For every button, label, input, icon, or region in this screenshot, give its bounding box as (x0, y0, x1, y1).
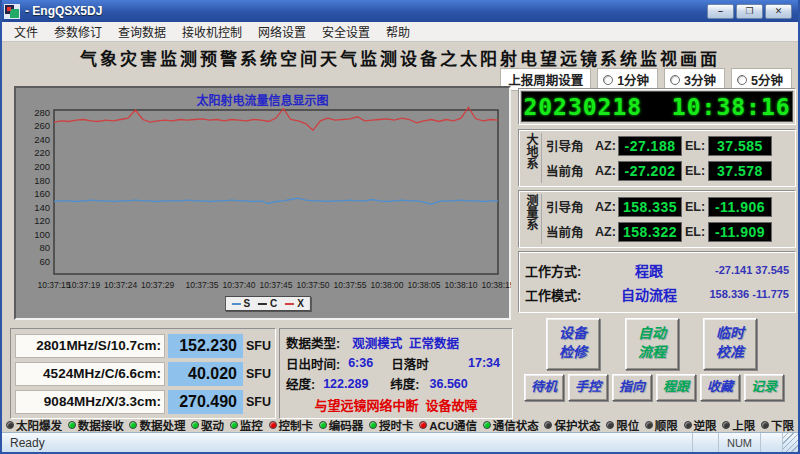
svg-text:100: 100 (34, 229, 50, 240)
coords-row: 经度: 122.289 纬度: 36.560 (286, 374, 506, 393)
geodetic-current-az: -27.202 (618, 161, 682, 181)
svg-text:10:37:15: 10:37:15 (37, 280, 70, 290)
window-title: - EngQSX5DJ (25, 4, 102, 18)
work-mode-label: 工作方式: (525, 261, 601, 280)
geodetic-guide-el: 37.585 (708, 136, 772, 156)
el-label: EL: (685, 164, 705, 178)
app-window: - EngQSX5DJ – ❐ ✕ 文件参数修订查询数据接收机控制网络设置安全设… (0, 0, 800, 454)
close-button[interactable]: ✕ (765, 4, 792, 19)
status-label: 顺限 (655, 417, 678, 433)
svg-text:10:38:10: 10:38:10 (444, 280, 477, 290)
status-led-row: 太阳爆发数据接收数据处理驱动监控控制卡编码器授时卡ACU通信通信状态保护状态限位… (4, 417, 796, 432)
menu-item-3[interactable]: 查询数据 (110, 21, 174, 42)
menu-item-6[interactable]: 安全设置 (314, 21, 378, 42)
statusbar-num: NUM (718, 433, 760, 452)
status-label: 限位 (616, 417, 639, 433)
radio-label: 5分钟 (751, 70, 783, 89)
status-label: 监控 (240, 417, 263, 433)
flux-value: 40.020 (168, 362, 243, 386)
row-name: 引导角 (546, 136, 592, 155)
small-button-3[interactable]: 指向 (612, 374, 652, 401)
status-indicator-11: 保护状态 (544, 417, 600, 433)
work-model-label: 工作模式: (525, 285, 601, 304)
status-indicator-2: 数据接收 (68, 417, 124, 433)
status-indicator-16: 下限 (761, 417, 794, 433)
menu-item-2[interactable]: 参数修订 (46, 21, 110, 42)
big-button-2[interactable]: 自动流程 (625, 318, 679, 370)
work-model-value: 自动流程 (601, 284, 697, 304)
el-label: EL: (685, 200, 705, 214)
geodetic-guide-az: -27.188 (618, 136, 682, 156)
sunset-label: 日落时 (391, 354, 429, 373)
app-icon (4, 4, 20, 19)
legend-dash (285, 303, 294, 305)
led-icon (319, 421, 327, 429)
svg-text:10:37:24: 10:37:24 (104, 280, 137, 290)
big-button-1[interactable]: 设备检修 (546, 318, 600, 370)
svg-text:180: 180 (34, 175, 50, 186)
small-button-5[interactable]: 收藏 (700, 374, 740, 401)
maximize-button[interactable]: ❐ (736, 4, 763, 19)
small-button-6[interactable]: 记录 (744, 374, 784, 401)
flux-label: 2801MHz/S/10.7cm: (15, 334, 165, 358)
svg-text:10:37:29: 10:37:29 (141, 280, 174, 290)
measure-guide-row: 引导角 AZ: 158.335 EL: -11.906 (546, 197, 791, 217)
legend-entry: X (285, 298, 304, 309)
data-type-label: 数据类型: (286, 333, 340, 352)
led-icon (6, 421, 14, 429)
svg-text:10:37:50: 10:37:50 (296, 280, 329, 290)
status-label: 编码器 (329, 417, 364, 433)
flux-unit: SFU (246, 339, 271, 353)
flux-label: 9084MHz/X/3.3cm: (15, 390, 165, 414)
status-indicator-5: 监控 (230, 417, 263, 433)
statusbar-ready: Ready (10, 436, 45, 450)
svg-text:10:38:15: 10:38:15 (481, 280, 511, 290)
flux-chart: 280260240220200180160140120100806010:37:… (18, 106, 511, 294)
title-bar[interactable]: - EngQSX5DJ – ❐ ✕ (0, 0, 800, 22)
geodetic-angle-group: 大地系 引导角 AZ: -27.188 EL: 37.585 当前角 AZ: -… (518, 129, 796, 187)
svg-text:120: 120 (34, 215, 50, 226)
geodetic-guide-row: 引导角 AZ: -27.188 EL: 37.585 (546, 136, 791, 156)
menu-item-5[interactable]: 网络设置 (250, 21, 314, 42)
svg-text:140: 140 (34, 202, 50, 213)
statusbar-cell (692, 433, 718, 452)
work-model-coords: 158.336 -11.775 (697, 288, 789, 300)
led-icon (369, 421, 377, 429)
small-button-2[interactable]: 手控 (568, 374, 608, 401)
svg-text:200: 200 (34, 161, 50, 172)
work-mode-group: 工作方式: 程跟 -27.141 37.545 工作模式: 自动流程 158.3… (518, 251, 796, 313)
minimize-button[interactable]: – (707, 4, 734, 19)
az-label: AZ: (595, 225, 615, 239)
led-icon (483, 421, 491, 429)
menu-item-7[interactable]: 帮助 (378, 21, 418, 42)
svg-text:10:37:45: 10:37:45 (259, 280, 292, 290)
menu-item-4[interactable]: 接收机控制 (174, 21, 250, 42)
menu-item-1[interactable]: 文件 (6, 21, 46, 42)
flux-value: 270.490 (168, 390, 243, 414)
big-button-3[interactable]: 临时校准 (703, 318, 757, 370)
status-label: 太阳爆发 (16, 417, 62, 433)
el-label: EL: (685, 139, 705, 153)
status-indicator-12: 限位 (606, 417, 639, 433)
status-indicator-8: 授时卡 (369, 417, 414, 433)
info-panel: 数据类型: 观测模式 正常数据 日出时间: 6:36 日落时 17:34 经度:… (279, 328, 513, 419)
longitude-label: 经度: (286, 374, 315, 393)
radio-label: 3分钟 (684, 70, 716, 89)
button-label: 流程 (626, 343, 678, 362)
flux-values-panel: 2801MHz/S/10.7cm:152.230SFU4524MHz/C/6.6… (10, 328, 276, 419)
az-label: AZ: (595, 200, 615, 214)
chart-legend: SCX (224, 296, 311, 311)
small-button-1[interactable]: 待机 (524, 374, 564, 401)
small-button-4[interactable]: 程跟 (656, 374, 696, 401)
led-icon (419, 421, 427, 429)
led-icon (129, 421, 137, 429)
row-name: 当前角 (546, 222, 592, 241)
svg-text:10:37:35: 10:37:35 (185, 280, 218, 290)
svg-text:10:38:05: 10:38:05 (407, 280, 440, 290)
measure-guide-el: -11.906 (708, 197, 772, 217)
work-mode-row: 工作方式: 程跟 -27.141 37.545 (525, 258, 789, 282)
flux-chart-panel: 太阳射电流量信息显示图 2802602402202001801601401201… (14, 86, 511, 320)
measure-current-el: -11.909 (708, 222, 772, 242)
resize-grip[interactable] (782, 433, 798, 452)
svg-text:10:37:55: 10:37:55 (333, 280, 366, 290)
